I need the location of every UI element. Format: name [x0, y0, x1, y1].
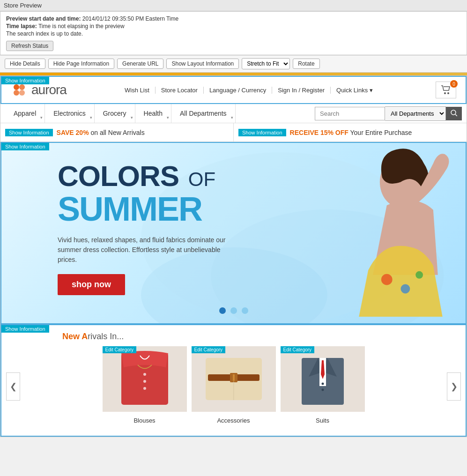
hero-banner: Show Information COLORS OF SUMMER Vivid …: [0, 142, 467, 324]
cat-items: Edit Category: [20, 346, 447, 426]
svg-point-4: [444, 92, 446, 94]
promo-bar: Show Information SAVE 20% on all New Arr…: [0, 123, 467, 142]
header-nav: Wish List Store Locator Language / Curre…: [119, 87, 378, 94]
refresh-status-button[interactable]: Refresh Status: [6, 41, 53, 51]
cat-image-accessories: Edit Category: [192, 346, 276, 412]
preview-start: Preview start date and time: 2014/01/12 …: [6, 15, 461, 22]
cat-item-suits[interactable]: Edit Category: [281, 346, 365, 426]
promo-left-show-info[interactable]: Show Information: [5, 129, 53, 136]
svg-line-7: [455, 114, 457, 116]
nav-language-currency[interactable]: Language / Currency: [204, 87, 272, 94]
title-bar: Store Preview: [0, 0, 467, 11]
hero-content: COLORS OF SUMMER Vivid hues, relaxed sha…: [1, 143, 280, 323]
cat-label-blouses: Blouses: [103, 415, 187, 426]
cat-image-blouses: Edit Category: [103, 346, 187, 412]
search-icon: [451, 110, 457, 116]
suits-image: [285, 349, 360, 409]
search-index-status: The search index is up to date.: [6, 30, 461, 37]
hero-dots: [219, 307, 248, 314]
search-input[interactable]: [315, 107, 385, 120]
svg-rect-22: [233, 374, 235, 381]
edit-category-blouses[interactable]: Edit Category: [103, 346, 137, 353]
nav-sign-in[interactable]: Sign In / Register: [272, 87, 331, 94]
promo-left: Show Information SAVE 20% on all New Arr…: [0, 123, 234, 141]
nav-wish-list[interactable]: Wish List: [119, 87, 156, 94]
svg-point-17: [143, 380, 146, 383]
title-text: Store Preview: [4, 2, 42, 9]
search-area: All Departments: [315, 106, 462, 121]
svg-point-5: [447, 92, 449, 94]
svg-point-0: [14, 84, 19, 90]
svg-point-13: [400, 284, 410, 294]
nav-tab-electronics[interactable]: Electronics: [45, 104, 94, 123]
nav-tab-grocery[interactable]: Grocery: [95, 104, 135, 123]
store-wrapper: Show Information aurora Wish List Store …: [0, 75, 467, 437]
logo-text: aurora: [31, 82, 67, 97]
svg-point-16: [143, 373, 146, 376]
nav-bar: Apparel Electronics Grocery Health All D…: [0, 104, 467, 123]
hide-page-info-button[interactable]: Hide Page Information: [48, 59, 114, 69]
stretch-select[interactable]: Stretch to Fit: [242, 58, 290, 69]
toolbar: Hide Details Hide Page Information Gener…: [0, 55, 467, 73]
hero-dot-3[interactable]: [242, 307, 248, 314]
promo-right-text: RECEIVE 15% OFF Your Entire Purchase: [290, 129, 412, 136]
cart-badge: 0: [450, 80, 458, 88]
nav-quick-links[interactable]: Quick Links ▾: [331, 87, 378, 94]
hero-title-summer: SUMMER: [58, 191, 261, 228]
nav-tab-health[interactable]: Health: [135, 104, 171, 123]
promo-right-show-info[interactable]: Show Information: [238, 129, 286, 136]
cat-image-suits: Edit Category: [281, 346, 365, 412]
search-button[interactable]: [446, 107, 462, 120]
hero-image-area: [271, 143, 466, 323]
hero-woman-svg: [271, 143, 466, 323]
blouse-image: [107, 349, 182, 409]
nav-tab-all-departments[interactable]: All Departments: [171, 104, 236, 123]
svg-point-1: [19, 84, 25, 90]
category-grid: ❮ Edit Category: [1, 346, 466, 436]
svg-point-3: [19, 90, 25, 96]
hero-dot-1[interactable]: [219, 307, 226, 314]
svg-point-14: [415, 271, 423, 279]
edit-category-suits[interactable]: Edit Category: [281, 346, 315, 353]
hide-details-button[interactable]: Hide Details: [5, 59, 45, 69]
hero-dot-2[interactable]: [230, 307, 237, 314]
header-inner: aurora Wish List Store Locator Language …: [1, 77, 466, 103]
hero-title-line1: COLORS OF: [58, 162, 261, 191]
nav-store-locator[interactable]: Store Locator: [156, 87, 204, 94]
cat-item-accessories[interactable]: Edit Category Accessories: [192, 346, 276, 426]
cat-label-suits: Suits: [281, 415, 365, 426]
shop-now-button[interactable]: shop now: [58, 274, 125, 295]
category-title: New Arivals In...: [1, 325, 466, 346]
svg-point-18: [143, 387, 146, 390]
next-arrow[interactable]: ❯: [447, 372, 461, 401]
store-header: Show Information aurora Wish List Store …: [0, 76, 467, 104]
cart-button[interactable]: 0: [436, 82, 456, 98]
category-section: Show Information New Arivals In... ❮ Edi…: [0, 324, 467, 437]
cart-icon: [441, 85, 451, 95]
rotate-button[interactable]: Rotate: [293, 59, 319, 69]
svg-point-26: [321, 383, 324, 385]
svg-point-27: [321, 389, 324, 391]
nav-tabs: Apparel Electronics Grocery Health All D…: [5, 104, 236, 123]
accessories-image: [196, 349, 271, 409]
promo-left-text: SAVE 20% on all New Arrivals: [57, 129, 145, 136]
show-layout-button[interactable]: Show Layout Information: [166, 59, 239, 69]
svg-point-12: [381, 274, 393, 285]
generate-url-button[interactable]: Generate URL: [117, 59, 163, 69]
hero-show-info[interactable]: Show Information: [1, 143, 49, 150]
cat-label-accessories: Accessories: [192, 415, 276, 426]
svg-point-6: [451, 110, 456, 115]
header-show-info-badge[interactable]: Show Information: [1, 77, 49, 84]
prev-arrow[interactable]: ❮: [6, 372, 20, 401]
category-show-info[interactable]: Show Information: [1, 325, 49, 333]
svg-point-2: [14, 90, 19, 96]
cat-item-blouses[interactable]: Edit Category: [103, 346, 187, 426]
preview-panel: Preview start date and time: 2014/01/12 …: [0, 11, 467, 55]
promo-right: Show Information RECEIVE 15% OFF Your En…: [234, 123, 467, 141]
time-lapse: Time lapse: Time is not elapsing in the …: [6, 23, 461, 30]
nav-tab-apparel[interactable]: Apparel: [5, 104, 45, 123]
edit-category-accessories[interactable]: Edit Category: [192, 346, 226, 353]
hero-description: Vivid hues, relaxed shapes, and fluid fa…: [58, 235, 236, 265]
search-dept-select[interactable]: All Departments: [385, 106, 446, 121]
